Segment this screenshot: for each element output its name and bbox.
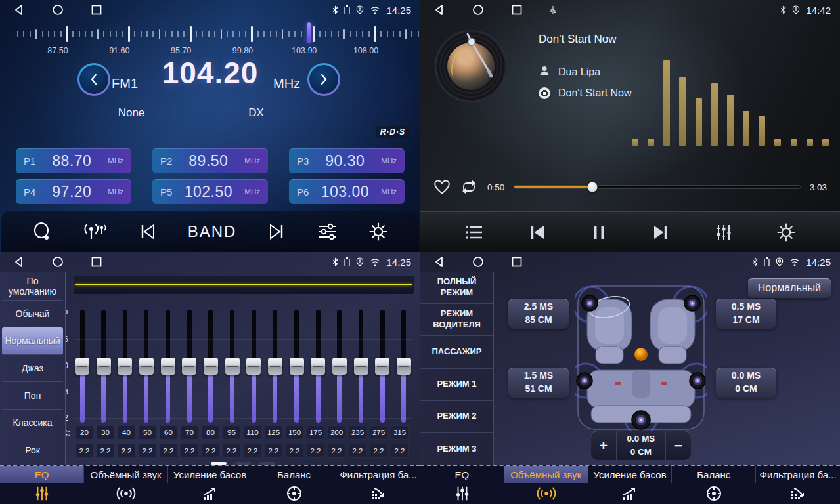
pause-icon[interactable] [591,224,607,241]
eq-band-slider[interactable] [118,310,132,423]
back-icon[interactable] [13,256,24,268]
tab-surround-sound[interactable]: Объёмный звук [84,466,168,504]
next-station-icon[interactable] [267,223,286,240]
eq-band-slider[interactable] [311,310,325,423]
stage-mode-item[interactable]: РЕЖИМ 1 [420,369,493,401]
fc-value-box[interactable]: 95 [223,425,240,440]
playlist-icon[interactable] [464,224,484,241]
seek-down-button[interactable] [77,63,110,96]
preset-button-p6[interactable]: P6103.00MHz [289,179,405,204]
fc-value-box[interactable]: 275 [370,425,387,440]
favorite-heart-icon[interactable] [433,179,451,195]
eq-band-slider[interactable] [75,310,89,423]
preset-button-p2[interactable]: P289.50MHz [152,148,268,173]
preset-button-p5[interactable]: P5102.50MHz [152,179,268,204]
eq-preset-item[interactable]: Поп [2,382,63,410]
preset-button-p3[interactable]: P390.30MHz [289,148,405,173]
scan-icon[interactable] [32,222,52,242]
tab-eq[interactable]: EQ [0,466,84,504]
stage-mode-item[interactable]: ПАССАЖИР [420,336,493,368]
eq-band-slider[interactable] [182,310,196,423]
increase-button[interactable]: + [591,438,616,453]
frequency-scale[interactable]: 87.5091.6095.7099.80103.90108.00 [0,20,420,58]
eq-preset-item[interactable]: Обычай [2,301,63,328]
fc-value-box[interactable]: 20 [76,425,93,440]
stage-mode-item[interactable]: РЕЖИМ 3 [420,433,493,465]
tab-bass-filter[interactable]: Фильтрация ба... [336,466,420,504]
fc-value-box[interactable]: 235 [349,425,366,440]
equalizer-icon[interactable] [715,223,733,242]
q-value-box[interactable]: 2.2 [265,444,282,458]
eq-band-slider[interactable] [97,310,111,423]
slider-handle[interactable] [354,358,368,375]
album-art[interactable] [435,30,507,102]
eq-preset-item[interactable]: Джаз [2,355,63,383]
q-value-box[interactable]: 2.2 [328,444,345,458]
q-value-box[interactable]: 2.2 [97,444,114,458]
q-value-box[interactable]: 2.2 [349,444,366,458]
fc-value-box[interactable]: 110 [244,425,261,440]
eq-band-slider[interactable] [354,310,368,423]
fc-value-box[interactable]: 175 [307,425,324,440]
eq-preset-item[interactable]: Рок [2,436,63,463]
stage-preset-chip[interactable]: Нормальный [748,278,831,298]
home-icon[interactable] [52,4,64,16]
stage-mode-item[interactable]: РЕЖИМ 2 [420,401,493,433]
q-value-box[interactable]: 2.2 [286,444,303,458]
previous-track-icon[interactable] [527,224,547,241]
preset-button-p4[interactable]: P497.20MHz [16,179,131,204]
fc-value-box[interactable]: 150 [286,425,303,440]
decrease-button[interactable]: − [666,438,691,453]
q-value-box[interactable]: 2.2 [160,444,177,458]
tuning-pointer[interactable] [307,22,311,43]
eq-band-slider[interactable] [397,310,411,423]
eq-band-slider[interactable] [332,310,347,423]
recents-icon[interactable] [91,5,102,15]
slider-handle[interactable] [290,358,304,375]
recents-icon[interactable] [512,5,522,15]
slider-handle[interactable] [397,358,411,375]
eq-band-slider[interactable] [204,310,218,423]
settings-gear-icon[interactable] [368,222,388,242]
home-icon[interactable] [472,4,484,16]
fc-value-box[interactable]: 60 [160,425,177,440]
back-icon[interactable] [13,4,24,16]
tab-balance[interactable]: Баланс [252,466,336,504]
tab-eq[interactable]: EQ [420,466,504,504]
fc-value-box[interactable]: 40 [118,425,135,440]
eq-band-slider[interactable] [246,310,261,423]
eq-band-slider[interactable] [290,310,304,423]
fc-value-box[interactable]: 125 [265,425,282,440]
eq-band-slider[interactable] [225,310,240,423]
slider-handle[interactable] [375,358,389,375]
next-track-icon[interactable] [651,224,671,241]
repeat-icon[interactable] [460,179,478,195]
eq-preset-item[interactable]: Классика [2,410,63,437]
slider-handle[interactable] [246,358,261,375]
car-cabin-diagram[interactable] [575,284,707,432]
slider-handle[interactable] [75,358,89,375]
seek-bar[interactable] [514,185,800,189]
fc-value-box[interactable]: 30 [97,425,114,440]
tab-balance[interactable]: Баланс [672,466,756,504]
q-value-box[interactable]: 2.2 [370,444,387,458]
tab-bass-filter[interactable]: Фильтрация ба... [756,466,840,504]
recents-icon[interactable] [91,257,102,267]
recents-icon[interactable] [512,257,522,267]
q-value-box[interactable]: 2.2 [118,444,135,458]
home-icon[interactable] [472,256,484,268]
stage-mode-item[interactable]: РЕЖИМ ВОДИТЕЛЯ [420,304,493,336]
tab-bass-boost[interactable]: Усиление басов [588,466,673,504]
eq-band-slider[interactable] [161,310,175,423]
back-icon[interactable] [433,4,445,16]
q-value-box[interactable]: 2.2 [139,444,156,458]
slider-handle[interactable] [97,358,111,375]
slider-handle[interactable] [332,358,347,375]
seek-bar-knob[interactable] [587,182,597,192]
fc-value-box[interactable]: 70 [181,425,198,440]
stage-mode-item[interactable]: ПОЛНЫЙ РЕЖИМ [420,272,493,304]
slider-handle[interactable] [204,358,218,375]
slider-handle[interactable] [182,358,196,375]
tab-surround-sound[interactable]: Объёмный звук [504,466,588,504]
equalizer-icon[interactable] [317,222,338,241]
